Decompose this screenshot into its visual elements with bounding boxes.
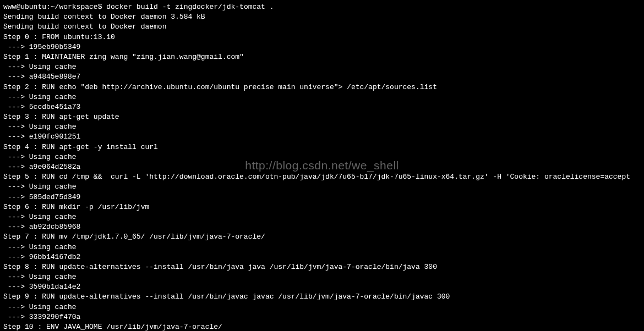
- terminal-output: www@ubuntu:~/workspace$ docker build -t …: [3, 2, 641, 331]
- output-line: Step 1 : MAINTAINER zing wang "zing.jian…: [3, 52, 641, 62]
- output-line: ---> 3339290f470a: [3, 312, 641, 322]
- output-line: Sending build context to Docker daemon: [3, 22, 641, 32]
- output-line: Step 10 : ENV JAVA_HOME /usr/lib/jvm/jav…: [3, 322, 641, 331]
- output-line: Step 4 : RUN apt-get -y install curl: [3, 142, 641, 152]
- output-line: ---> Using cache: [3, 92, 641, 102]
- output-line: Step 6 : RUN mkdir -p /usr/lib/jvm: [3, 202, 641, 212]
- output-line: ---> Using cache: [3, 242, 641, 252]
- output-line: ---> 96bb14167db2: [3, 252, 641, 262]
- output-line: Step 7 : RUN mv /tmp/jdk1.7.0_65/ /usr/l…: [3, 232, 641, 242]
- output-line: Step 8 : RUN update-alternatives --insta…: [3, 262, 641, 272]
- output-line: Sending build context to Docker daemon 3…: [3, 12, 641, 22]
- prompt-line[interactable]: www@ubuntu:~/workspace$ docker build -t …: [3, 2, 641, 12]
- output-line: ---> Using cache: [3, 212, 641, 222]
- output-line: ---> Using cache: [3, 122, 641, 132]
- output-line: Step 3 : RUN apt-get update: [3, 112, 641, 122]
- output-line: ---> 3590b1da14e2: [3, 282, 641, 292]
- output-line: ---> a9e064d2582a: [3, 162, 641, 172]
- prompt-userhost: www@ubuntu: [3, 3, 46, 11]
- output-line: ---> ab92dcb85968: [3, 222, 641, 232]
- output-line: ---> Using cache: [3, 182, 641, 192]
- output-line: ---> a94845e898e7: [3, 72, 641, 82]
- output-line: ---> 195eb90b5349: [3, 42, 641, 52]
- output-line: ---> Using cache: [3, 62, 641, 72]
- output-line: Step 0 : FROM ubuntu:13.10: [3, 32, 641, 42]
- output-line: ---> Using cache: [3, 272, 641, 282]
- output-line: Step 5 : RUN cd /tmp && curl -L 'http://…: [3, 172, 641, 182]
- output-line: ---> 5ccdbe451a73: [3, 102, 641, 112]
- output-line: ---> e190fc901251: [3, 132, 641, 142]
- command-text: docker build -t zingdocker/jdk-tomcat .: [102, 3, 274, 11]
- output-line: ---> Using cache: [3, 302, 641, 312]
- output-line: Step 9 : RUN update-alternatives --insta…: [3, 292, 641, 302]
- output-line: ---> Using cache: [3, 152, 641, 162]
- prompt-path: :~/workspace$: [46, 3, 102, 11]
- output-line: Step 2 : RUN echo "deb http://archive.ub…: [3, 82, 641, 92]
- output-line: ---> 585ded75d349: [3, 192, 641, 202]
